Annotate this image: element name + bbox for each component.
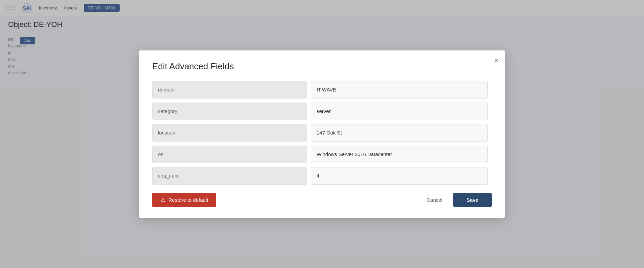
field-value-os[interactable]: Windows Server 2016 Datacenter <box>311 146 488 163</box>
field-value-cpu_num[interactable]: 4 <box>311 167 488 185</box>
modal-footer: ⚠ Restore to default Cancel Save <box>152 193 492 207</box>
footer-action-buttons: Cancel Save <box>420 193 492 207</box>
field-label-category: category <box>152 103 307 120</box>
field-row: location147 Oak St <box>152 124 488 142</box>
modal-title: Edit Advanced Fields <box>152 61 492 72</box>
save-button[interactable]: Save <box>453 193 492 207</box>
modal-overlay: × Edit Advanced Fields domainIT.WAVEcate… <box>0 0 644 268</box>
field-label-domain: domain <box>152 81 307 99</box>
field-label-location: location <box>152 124 307 142</box>
close-button[interactable]: × <box>494 57 498 64</box>
field-row: categoryserver <box>152 103 488 120</box>
field-value-category[interactable]: server <box>311 103 488 120</box>
field-value-domain[interactable]: IT.WAVE <box>311 81 488 99</box>
modal-fields-list: domainIT.WAVEcategoryserverlocation147 O… <box>152 81 492 185</box>
field-row: domainIT.WAVE <box>152 81 488 99</box>
field-label-os: os <box>152 146 307 163</box>
field-row: cpu_num4 <box>152 167 488 185</box>
edit-advanced-fields-modal: × Edit Advanced Fields domainIT.WAVEcate… <box>139 50 505 218</box>
field-row: osWindows Server 2016 Datacenter <box>152 146 488 163</box>
field-label-cpu_num: cpu_num <box>152 167 307 185</box>
restore-default-button[interactable]: ⚠ Restore to default <box>152 193 216 207</box>
warning-icon: ⚠ <box>160 197 165 203</box>
cancel-button[interactable]: Cancel <box>420 194 449 206</box>
field-value-location[interactable]: 147 Oak St <box>311 124 488 142</box>
restore-button-label: Restore to default <box>168 197 208 203</box>
